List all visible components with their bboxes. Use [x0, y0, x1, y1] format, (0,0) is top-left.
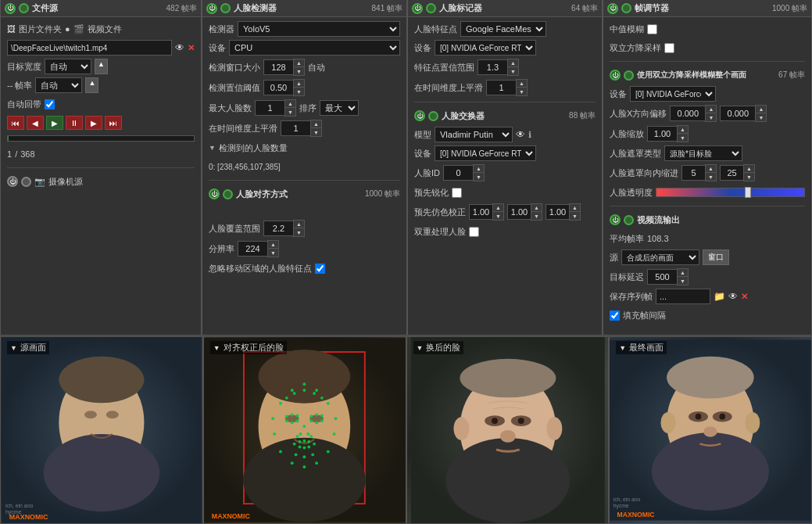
erode-v2-input[interactable]	[720, 165, 743, 181]
face-id-up[interactable]: ▲	[474, 165, 484, 173]
erode-v2-down[interactable]: ▼	[744, 173, 754, 181]
y-offset-up[interactable]: ▲	[756, 106, 766, 113]
max-faces-up[interactable]: ▲	[285, 100, 295, 108]
median-checkbox[interactable]	[647, 24, 657, 34]
swapper-device-select[interactable]: [0] NVIDIA GeForce RTX	[435, 145, 536, 161]
auto-feed-checkbox[interactable]	[45, 99, 55, 109]
detector-check[interactable]	[220, 3, 231, 13]
stream-source-select[interactable]: 合成后的画面	[621, 249, 699, 265]
marker-smooth-down[interactable]: ▼	[517, 88, 527, 95]
pre-color-x-input[interactable]	[469, 204, 492, 220]
pre-color-x-down[interactable]: ▼	[493, 212, 503, 220]
scale-down[interactable]: ▼	[678, 134, 688, 142]
mask-type-select[interactable]: 源脸*目标脸	[664, 145, 742, 161]
landmark-range-down[interactable]: ▼	[508, 67, 518, 75]
filepath-close-icon[interactable]: ✕	[188, 43, 195, 53]
ctrl-next[interactable]: ▶	[85, 116, 102, 130]
detector-smooth-down[interactable]: ▼	[311, 128, 321, 136]
y-offset-input[interactable]	[720, 106, 755, 121]
stream-check[interactable]	[624, 215, 634, 225]
window-size-up[interactable]: ▲	[294, 59, 304, 67]
align-check[interactable]	[223, 189, 233, 199]
detector-smooth-up[interactable]: ▲	[311, 120, 321, 128]
window-size-down[interactable]: ▼	[294, 67, 304, 75]
marker-device-select[interactable]: [0] NVIDIA GeForce RTX 3	[435, 40, 536, 56]
save-eye-icon[interactable]: 👁	[728, 291, 738, 302]
source-check[interactable]	[19, 3, 29, 13]
erode-v1-input[interactable]	[681, 165, 705, 181]
swapper-info-icon[interactable]: ℹ	[528, 130, 531, 140]
marker-smooth-input[interactable]	[486, 80, 516, 95]
align-power-btn[interactable]: ⏻	[209, 188, 220, 199]
filepath-eye-icon[interactable]: 👁	[175, 42, 184, 53]
resolution-up[interactable]: ▲	[268, 241, 278, 249]
ctrl-play[interactable]: ▶	[46, 116, 63, 130]
resolution-input[interactable]	[238, 241, 267, 257]
ctrl-prev[interactable]: ◀	[27, 116, 44, 130]
save-path-input[interactable]	[656, 289, 710, 304]
delay-input[interactable]	[647, 269, 677, 285]
swapper-power-btn[interactable]: ⏻	[414, 110, 425, 121]
ctrl-pause[interactable]: ⏸	[66, 116, 83, 130]
adjuster-check[interactable]	[621, 3, 631, 13]
pre-color-y-input[interactable]	[507, 204, 531, 220]
marker-power-btn[interactable]: ⏻	[412, 3, 423, 14]
max-faces-input[interactable]	[255, 100, 284, 116]
detector-model-select[interactable]: YoloV5	[238, 21, 400, 37]
fps-select[interactable]: 自动	[35, 77, 82, 93]
save-folder-icon[interactable]: 📁	[714, 291, 725, 302]
ignore-checkbox[interactable]	[315, 264, 325, 274]
source-power-btn[interactable]: ⏻	[5, 3, 16, 14]
adj-device-select[interactable]: [0] NVIDIA GeForce	[630, 86, 716, 102]
sort-select[interactable]: 最大	[320, 100, 359, 116]
landmarks-select[interactable]: Google FaceMesh	[460, 21, 546, 37]
coverage-input[interactable]	[263, 221, 293, 236]
target-width-select[interactable]: 自动	[45, 59, 91, 74]
erode-v2-up[interactable]: ▲	[744, 165, 754, 173]
pre-color-y-up[interactable]: ▲	[531, 204, 542, 212]
detector-smooth-input[interactable]	[281, 120, 310, 136]
x-offset-input[interactable]	[670, 106, 705, 121]
pre-color-x-up[interactable]: ▲	[493, 204, 503, 212]
pre-color-z-input[interactable]	[546, 204, 569, 220]
erode-v1-down[interactable]: ▼	[706, 173, 716, 181]
save-close-icon[interactable]: ✕	[741, 292, 748, 302]
threshold-down[interactable]: ▼	[294, 88, 304, 95]
swapper-eye-icon[interactable]: 👁	[516, 129, 525, 140]
double-proc-checkbox[interactable]	[469, 227, 479, 237]
threshold-input[interactable]	[263, 80, 293, 95]
stream-power-btn[interactable]: ⏻	[610, 214, 621, 225]
bilinear-check[interactable]	[624, 70, 634, 81]
erode-v1-up[interactable]: ▲	[706, 165, 716, 173]
marker-smooth-up[interactable]: ▲	[517, 80, 527, 88]
y-offset-down[interactable]: ▼	[756, 113, 766, 121]
pre-color-z-down[interactable]: ▼	[570, 212, 580, 220]
pre-sharpen-checkbox[interactable]	[452, 188, 462, 198]
filepath-input[interactable]	[7, 40, 172, 56]
x-offset-up[interactable]: ▲	[706, 106, 716, 113]
adjuster-power-btn[interactable]: ⏻	[607, 3, 618, 14]
window-size-input[interactable]	[263, 59, 293, 75]
delay-down[interactable]: ▼	[678, 277, 688, 285]
fps-up[interactable]: ▲	[85, 77, 98, 93]
coverage-up[interactable]: ▲	[294, 221, 304, 228]
target-width-up[interactable]: ▲	[95, 59, 108, 74]
threshold-up[interactable]: ▲	[294, 80, 304, 88]
pre-color-z-up[interactable]: ▲	[570, 204, 580, 212]
bilinear-power-btn[interactable]: ⏻	[610, 70, 621, 81]
delay-up[interactable]: ▲	[678, 269, 688, 277]
swapper-model-select[interactable]: Vladimir Putin	[435, 127, 513, 142]
detector-power-btn[interactable]: ⏻	[206, 3, 217, 14]
marker-check[interactable]	[426, 3, 436, 13]
bilateral-checkbox[interactable]	[664, 43, 674, 53]
window-btn[interactable]: 窗口	[703, 249, 729, 265]
opacity-slider[interactable]	[656, 188, 805, 197]
camera-power-btn[interactable]: ⏻	[7, 176, 18, 187]
pre-color-y-down[interactable]: ▼	[531, 212, 542, 220]
face-id-down[interactable]: ▼	[474, 173, 484, 181]
face-id-input[interactable]	[443, 165, 473, 181]
progress-bar-container[interactable]	[7, 135, 195, 142]
detected-section[interactable]: ▼ 检测到的人脸数量	[209, 140, 400, 156]
resolution-down[interactable]: ▼	[268, 249, 278, 257]
swapper-check[interactable]	[428, 111, 438, 121]
